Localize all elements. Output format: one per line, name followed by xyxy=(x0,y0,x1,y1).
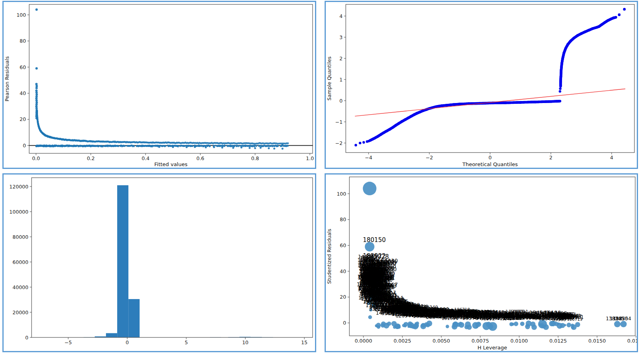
x-tick-label: 2 xyxy=(549,155,552,161)
x-tick-label: 0.0150 xyxy=(588,338,606,344)
x-tick-label: 0.4 xyxy=(142,155,150,161)
panel-normal-qq-plot: −4−2024−2−101234Theoretical QuantilesSam… xyxy=(325,1,638,169)
x-tick-label: 0.0125 xyxy=(549,338,567,344)
regression-diagnostics-figure: 0.00.20.40.60.81.0020406080100Fitted val… xyxy=(0,0,644,353)
y-tick-label: 100 xyxy=(337,191,346,197)
panel-residual-histogram: −505101502000040000600008000010000012000… xyxy=(2,173,316,352)
y-tick-label: 0 xyxy=(339,98,343,104)
x-tick-label: 0.0050 xyxy=(433,338,450,344)
histogram-bar xyxy=(128,299,140,337)
x-tick-label: 0 xyxy=(488,155,492,161)
y-tick-label: 100000 xyxy=(9,209,28,215)
y-tick-label: 60 xyxy=(20,64,26,70)
y-tick-label: 3 xyxy=(339,34,343,40)
x-tick-label: 0.0 xyxy=(32,155,40,161)
x-tick-label: 0.0100 xyxy=(510,338,528,344)
overlapping-id-label: 99316 xyxy=(375,292,388,296)
x-axis-label: H Leverage xyxy=(477,345,507,351)
y-tick-label: 80 xyxy=(340,216,346,222)
x-tick-label: 10 xyxy=(242,339,249,345)
point-annotation: 138270 xyxy=(544,315,564,321)
y-tick-label: 80 xyxy=(20,38,26,44)
y-tick-label: 60000 xyxy=(12,259,28,265)
point-annotation: 138354 xyxy=(613,316,631,321)
histogram-bar xyxy=(106,333,117,337)
tl-plot-canvas: 0.00.20.40.60.81.0020406080100Fitted val… xyxy=(4,2,315,168)
point-annotation: 135789 xyxy=(400,302,420,308)
point-annotation: 180150 xyxy=(363,236,386,244)
y-tick-label: −2 xyxy=(335,140,343,146)
y-axis-label: Pearson Residuals xyxy=(4,56,10,101)
x-tick-label: 0 xyxy=(126,339,129,345)
histogram-bar xyxy=(117,185,128,337)
y-tick-label: 2 xyxy=(339,56,343,61)
y-tick-label: 0 xyxy=(23,143,26,149)
y-axis-label: Sample Quantiles xyxy=(326,56,332,100)
y-tick-label: 100 xyxy=(16,12,26,18)
x-axis-label: Theoretical Quantiles xyxy=(462,161,518,167)
x-tick-label: 5 xyxy=(185,339,188,345)
x-tick-label: 4 xyxy=(610,155,613,161)
x-tick-label: 0.2 xyxy=(87,155,95,161)
x-tick-label: 0.0175 xyxy=(627,338,637,344)
x-tick-label: 0.8 xyxy=(251,155,259,161)
y-tick-label: −1 xyxy=(335,119,343,125)
tr-plot-canvas: −4−2024−2−101234Theoretical QuantilesSam… xyxy=(326,2,637,168)
x-tick-label: 1.0 xyxy=(306,155,314,161)
y-tick-label: 0 xyxy=(25,335,28,341)
y-tick-label: 40 xyxy=(20,90,26,96)
br-plot-canvas: 7194314051612896957428684521833223491618… xyxy=(326,175,637,351)
y-tick-label: 60 xyxy=(340,242,346,248)
overlapping-id-label: 161668 xyxy=(372,302,391,308)
x-tick-label: 0.0000 xyxy=(355,338,372,344)
y-axis-label: Studentized Residuals xyxy=(326,229,332,284)
x-tick-label: −4 xyxy=(365,155,372,161)
y-tick-label: 40000 xyxy=(12,284,28,290)
y-tick-label: 1 xyxy=(339,77,343,83)
panel-pearson-residuals-vs-fitted: 0.00.20.40.60.81.0020406080100Fitted val… xyxy=(2,1,316,169)
overlapping-id-label: 100662 xyxy=(485,309,504,315)
x-tick-label: 15 xyxy=(301,339,307,345)
y-tick-label: 20000 xyxy=(12,309,28,315)
point-annotation: 135264 xyxy=(456,309,477,315)
x-tick-label: 0.6 xyxy=(196,155,204,161)
y-tick-label: 120000 xyxy=(9,184,28,190)
overlapping-id-label: 26690 xyxy=(425,311,442,317)
x-tick-label: 0.0075 xyxy=(471,338,489,344)
point-annotation: 57604 xyxy=(366,280,383,286)
y-tick-label: 80000 xyxy=(12,234,28,240)
y-tick-label: 4 xyxy=(339,13,343,19)
x-tick-label: −5 xyxy=(64,339,72,345)
x-tick-label: 0.0025 xyxy=(394,338,411,344)
bl-plot-canvas: −505101502000040000600008000010000012000… xyxy=(4,175,315,351)
y-tick-label: 20 xyxy=(20,116,26,122)
y-tick-label: 0 xyxy=(343,320,346,326)
y-tick-label: 20 xyxy=(340,294,346,300)
x-axis-label: Fitted values xyxy=(154,161,187,167)
y-tick-label: 40 xyxy=(340,268,346,274)
x-tick-label: −2 xyxy=(426,155,433,161)
panel-studentized-residuals-vs-leverage: 7194314051612896957428684521833223491618… xyxy=(325,173,638,352)
